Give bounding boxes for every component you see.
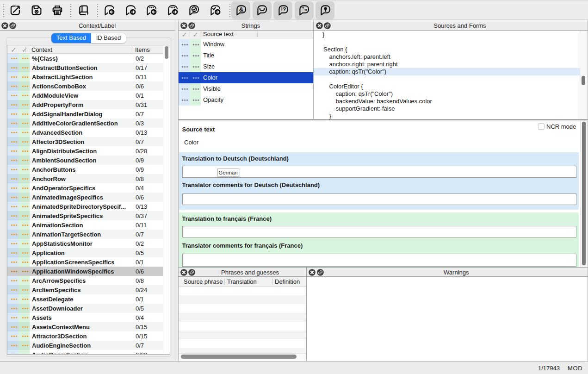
svg-text:!?: !? bbox=[281, 6, 286, 12]
svg-text:&: & bbox=[239, 6, 243, 12]
svg-text:„: „ bbox=[304, 5, 308, 12]
